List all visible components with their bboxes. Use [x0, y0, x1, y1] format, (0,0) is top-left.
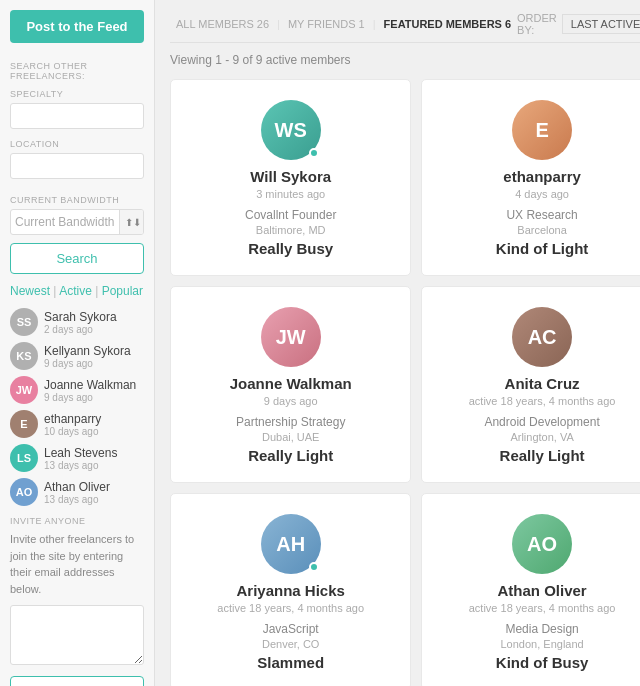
card-time: 3 minutes ago — [256, 188, 325, 200]
bandwidth-label: Current Bandwidth — [10, 195, 144, 205]
card-bandwidth: Really Light — [248, 447, 333, 464]
bandwidth-select[interactable]: Current Bandwidth Slammed Really Busy Ki… — [11, 210, 119, 234]
filter-active-link[interactable]: Active — [59, 284, 92, 298]
card-time: active 18 years, 4 months ago — [469, 602, 616, 614]
member-list: SS Sarah Sykora 2 days ago KS Kellyann S… — [10, 308, 144, 506]
member-card[interactable]: WS Will Sykora 3 minutes ago Covallnt Fo… — [170, 79, 411, 276]
avatar: AO — [10, 478, 38, 506]
order-by-select[interactable]: LAST ACTIVE — [562, 14, 640, 34]
list-item[interactable]: E ethanparry 10 days ago — [10, 410, 144, 438]
avatar: E — [512, 100, 572, 160]
list-item[interactable]: SS Sarah Sykora 2 days ago — [10, 308, 144, 336]
location-label: Location — [10, 139, 144, 149]
tab-label: MY FRIENDS — [288, 18, 356, 30]
member-name: Leah Stevens — [44, 446, 117, 460]
member-name: Athan Oliver — [44, 480, 110, 494]
tab-count: 6 — [505, 18, 511, 30]
tab-separator: | — [277, 18, 280, 30]
avatar: AO — [512, 514, 572, 574]
card-bandwidth: Kind of Busy — [496, 654, 589, 671]
online-dot — [309, 148, 319, 158]
member-name: Sarah Sykora — [44, 310, 117, 324]
member-time: 9 days ago — [44, 358, 131, 369]
card-bandwidth: Really Light — [500, 447, 585, 464]
member-card[interactable]: AC Anita Cruz active 18 years, 4 months … — [421, 286, 640, 483]
tab-label: FEATURED MEMBERS — [384, 18, 502, 30]
member-info: ethanparry 10 days ago — [44, 412, 101, 437]
order-by-label: ORDER BY: — [517, 12, 557, 36]
card-specialty: Media Design — [505, 622, 578, 636]
specialty-input[interactable] — [10, 103, 144, 129]
member-name: ethanparry — [44, 412, 101, 426]
card-location: Dubai, UAE — [262, 431, 319, 443]
avatar: KS — [10, 342, 38, 370]
member-card[interactable]: JW Joanne Walkman 9 days ago Partnership… — [170, 286, 411, 483]
avatar-initials: AO — [527, 533, 557, 556]
card-location: Arlington, VA — [510, 431, 573, 443]
card-bandwidth: Kind of Light — [496, 240, 588, 257]
tabs-bar: ALL MEMBERS26|MY FRIENDS1|FEATURED MEMBE… — [170, 12, 640, 43]
member-card[interactable]: E ethanparry 4 days ago UX Research Barc… — [421, 79, 640, 276]
online-dot — [309, 562, 319, 572]
member-card[interactable]: AH Ariyanna Hicks active 18 years, 4 mon… — [170, 493, 411, 686]
search-button[interactable]: Search — [10, 243, 144, 274]
avatar: JW — [10, 376, 38, 404]
tab-my-friends[interactable]: MY FRIENDS1 — [282, 16, 371, 32]
tab-count: 1 — [359, 18, 365, 30]
card-bandwidth: Slammed — [257, 654, 324, 671]
card-location: Barcelona — [517, 224, 567, 236]
card-specialty: JavaScript — [263, 622, 319, 636]
card-location: London, England — [501, 638, 584, 650]
member-name: Kellyann Sykora — [44, 344, 131, 358]
tab-all-members[interactable]: ALL MEMBERS26 — [170, 16, 275, 32]
location-input[interactable] — [10, 153, 144, 179]
card-name: Will Sykora — [250, 168, 331, 185]
tab-separator: | — [373, 18, 376, 30]
member-time: 9 days ago — [44, 392, 136, 403]
card-time: active 18 years, 4 months ago — [469, 395, 616, 407]
card-time: active 18 years, 4 months ago — [217, 602, 364, 614]
bandwidth-select-arrow-icon: ⬆⬇ — [119, 210, 144, 234]
specialty-label: Specialty — [10, 89, 144, 99]
list-item[interactable]: JW Joanne Walkman 9 days ago — [10, 376, 144, 404]
viewing-text: Viewing 1 - 9 of 9 active members — [170, 53, 640, 67]
tab-count: 26 — [257, 18, 269, 30]
member-info: Sarah Sykora 2 days ago — [44, 310, 117, 335]
filter-popular-link[interactable]: Popular — [102, 284, 143, 298]
avatar: E — [10, 410, 38, 438]
tab-label: ALL MEMBERS — [176, 18, 254, 30]
card-name: ethanparry — [503, 168, 581, 185]
list-item[interactable]: LS Leah Stevens 13 days ago — [10, 444, 144, 472]
invite-text: Invite other freelancers to join the sit… — [10, 531, 144, 597]
filter-newest-link[interactable]: Newest — [10, 284, 50, 298]
avatar: LS — [10, 444, 38, 472]
avatar-initials: E — [535, 119, 548, 142]
member-card[interactable]: AO Athan Oliver active 18 years, 4 month… — [421, 493, 640, 686]
member-info: Joanne Walkman 9 days ago — [44, 378, 136, 403]
avatar: AH — [261, 514, 321, 574]
bandwidth-select-wrap: Current Bandwidth Slammed Really Busy Ki… — [10, 209, 144, 235]
list-item[interactable]: AO Athan Oliver 13 days ago — [10, 478, 144, 506]
post-to-feed-button[interactable]: Post to the Feed — [10, 10, 144, 43]
card-location: Baltimore, MD — [256, 224, 326, 236]
order-by: ORDER BY: LAST ACTIVE — [517, 12, 640, 36]
avatar-initials: JW — [276, 326, 306, 349]
list-item[interactable]: KS Kellyann Sykora 9 days ago — [10, 342, 144, 370]
member-name: Joanne Walkman — [44, 378, 136, 392]
card-specialty: Android Development — [484, 415, 599, 429]
tab-featured-members[interactable]: FEATURED MEMBERS6 — [378, 16, 517, 32]
avatar-initials: AH — [276, 533, 305, 556]
member-time: 13 days ago — [44, 460, 117, 471]
card-time: 9 days ago — [264, 395, 318, 407]
avatar: SS — [10, 308, 38, 336]
avatar-initials: AC — [528, 326, 557, 349]
invite-textarea[interactable] — [10, 605, 144, 665]
continue-button[interactable]: Continue — [10, 676, 144, 686]
card-specialty: Partnership Strategy — [236, 415, 345, 429]
member-info: Athan Oliver 13 days ago — [44, 480, 110, 505]
search-other-label: Search Other Freelancers: — [10, 61, 144, 81]
main-content: ALL MEMBERS26|MY FRIENDS1|FEATURED MEMBE… — [155, 0, 640, 686]
avatar-initials: WS — [275, 119, 307, 142]
card-specialty: Covallnt Founder — [245, 208, 336, 222]
sidebar: Post to the Feed Search Other Freelancer… — [0, 0, 155, 686]
